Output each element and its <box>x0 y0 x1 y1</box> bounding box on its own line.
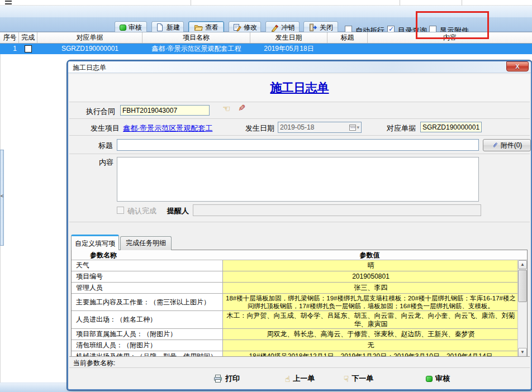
date-value: 2019-05-18 <box>280 123 349 131</box>
modify-icon <box>232 23 241 32</box>
tab-task-detail[interactable]: 完成任务明细 <box>120 236 172 250</box>
print-button[interactable]: 打印 <box>213 373 240 384</box>
contract-label: 执行合同 <box>86 107 115 117</box>
project-row: 发生项目 鑫都·帝景示范区景观配套工 发生日期 2019-05-18 ▾ 对应单… <box>69 119 530 136</box>
param-value[interactable]: 无 <box>222 340 519 351</box>
reminder-label: 提醒人 <box>167 206 189 216</box>
next-doc-button[interactable]: ☟ 下一单 <box>344 373 373 384</box>
dropdown-arrow-icon[interactable]: ▾ <box>357 125 359 130</box>
window-top-strip <box>0 0 532 6</box>
audit-button-label: 审核 <box>129 23 142 32</box>
attachment-button[interactable]: 附件(0) <box>483 139 531 151</box>
previous-doc-label: 上一单 <box>293 374 315 384</box>
writeoff-button-label: 冲销 <box>282 23 295 32</box>
contract-input[interactable] <box>120 105 210 116</box>
view-button-label: 查看 <box>205 23 218 32</box>
param-row[interactable]: 清包班组人员：（附图片） 无 <box>72 340 527 351</box>
scroll-up-icon[interactable]: ▲ <box>518 260 527 269</box>
title-input[interactable] <box>117 139 479 151</box>
column-header-date[interactable]: 发生日期 <box>250 32 327 43</box>
param-row[interactable]: 项目编号 2019050801 <box>72 271 527 283</box>
title-row: 标题 附件(0) <box>69 136 530 154</box>
attachment-button-label: 附件(0) <box>501 141 522 150</box>
param-value[interactable]: 2019050801 <box>222 271 519 282</box>
column-header-doc-no[interactable]: 对应单据 <box>37 32 142 43</box>
dialog-close-button[interactable]: X <box>506 61 529 71</box>
param-name: 项目部直属施工人员：（附图片） <box>72 329 222 340</box>
construction-log-dialog: 施工日志单 X 施工日志单 执行合同 ☜ ✎ 发生项目 鑫都·帝景示范区景观配套… <box>68 61 531 389</box>
audit-icon <box>426 376 433 382</box>
param-value[interactable]: 木工：向尹贺、向玉成、胡令学、吕延东、胡玉、向云雷、向云龙、向小奎、向云飞、康浩… <box>222 311 519 328</box>
audit-footer-button[interactable]: 审核 <box>426 373 450 384</box>
content-textarea[interactable] <box>117 157 479 202</box>
param-row[interactable]: 主要施工内容及工作量：（需三张以上图片） 18#楼十层墙板加固，绑扎梁钢筋；19… <box>72 294 527 311</box>
cell-date: 2019年05月18日 <box>250 44 327 54</box>
reminder-input[interactable] <box>193 204 481 216</box>
param-grid-scrollbar[interactable]: ▲ ▼ <box>517 260 527 357</box>
current-param-bar: 当前参数名称: <box>69 356 530 368</box>
doc-no-input[interactable] <box>420 122 482 132</box>
column-header-seq[interactable]: 序号 <box>1 32 19 43</box>
param-row[interactable]: 管理人员 张三、李四 <box>72 283 527 294</box>
grid-header: 序号 完成 对应单据 项目名称 发生日期 标题 内容 <box>0 32 532 44</box>
confirm-done-checkbox[interactable] <box>117 207 124 214</box>
contract-row: 执行合同 ☜ ✎ <box>69 102 530 119</box>
table-row-selected[interactable]: 1 SGRZD190000001 鑫都·帝景示范区景观配套工程 2019年05月… <box>0 44 532 54</box>
cell-seq: 1 <box>1 44 17 54</box>
top-divider <box>191 0 191 6</box>
toolbar: 审核 新建 查看 修改 冲销 关闭 自动折行 目录查询 显示附件 <box>0 6 532 32</box>
hand-down-icon: ☟ <box>344 375 349 383</box>
param-name: 人员进出场：（姓名工种） <box>72 311 222 328</box>
collapse-arrow-icon: < <box>1 194 3 199</box>
hand-up-icon: ☝ <box>285 375 290 383</box>
picker-hand-icon[interactable]: ☜ <box>222 104 230 114</box>
form-title: 施工日志单 <box>69 74 530 101</box>
current-param-label: 当前参数名称: <box>73 358 115 368</box>
modify-button-label: 修改 <box>244 23 257 32</box>
confirm-done-label: 确认完成 <box>127 206 156 216</box>
param-name: 清包班组人员：（附图片） <box>72 340 222 351</box>
column-header-done[interactable]: 完成 <box>19 32 37 43</box>
param-value[interactable]: 18#楼十层墙板加固，绑扎梁钢筋；19#楼绑扎九层支墙柱模板；20#楼十层绑扎钢… <box>222 294 519 310</box>
view-folder-icon <box>194 23 203 32</box>
content-section: 内容 确认完成 提醒人 <box>69 154 530 222</box>
param-name: 项目编号 <box>72 271 222 282</box>
tab-custom-fields[interactable]: 自定义填写项 <box>71 235 119 250</box>
scroll-down-icon[interactable]: ▼ <box>518 348 527 357</box>
param-row[interactable]: 天气 晴 <box>72 260 527 271</box>
date-picker[interactable]: 2019-05-18 ▾ <box>278 122 362 133</box>
param-value[interactable]: 晴 <box>222 260 519 271</box>
project-label: 发生项目 <box>91 123 120 133</box>
column-header-content[interactable]: 内容 <box>368 32 532 43</box>
audit-icon <box>120 25 126 31</box>
next-doc-label: 下一单 <box>352 374 373 384</box>
param-name: 天气 <box>72 260 222 271</box>
column-header-project[interactable]: 项目名称 <box>142 32 250 43</box>
param-row[interactable]: 项目部直属施工人员：（附图片） 周双龙、韩长忠、高海云、于修营、张麦秋、赵边防、… <box>72 329 527 340</box>
row-done-checkbox[interactable] <box>25 45 32 52</box>
title-label: 标题 <box>98 141 113 151</box>
param-value[interactable]: 张三、李四 <box>222 283 519 293</box>
new-button-label: 新建 <box>167 23 180 32</box>
param-value[interactable]: 周双龙、韩长忠、高海云、于修营、张麦秋、赵边防、王新兴、秦梦贤 <box>222 329 519 340</box>
scrollbar-thumb[interactable] <box>518 270 527 302</box>
edit-pen-icon[interactable]: ✎ <box>238 103 245 113</box>
close-button-label: 关闭 <box>320 23 333 32</box>
column-header-title[interactable]: 标题 <box>327 32 368 43</box>
previous-doc-button[interactable]: ☝ 上一单 <box>285 373 315 384</box>
param-grid-header: 参数名称 参数值 <box>72 250 527 260</box>
dialog-titlebar[interactable]: 施工日志单 X <box>68 61 531 73</box>
top-divider <box>462 0 462 6</box>
param-row[interactable]: 人员进出场：（姓名工种） 木工：向尹贺、向玉成、胡令学、吕延东、胡玉、向云雷、向… <box>72 311 527 329</box>
top-divider <box>400 0 400 6</box>
content-label: 内容 <box>99 157 113 168</box>
panel-splitter[interactable]: < <box>0 150 4 246</box>
new-doc-icon <box>155 23 164 32</box>
paperclip-icon <box>492 142 498 149</box>
app-window: 审核 新建 查看 修改 冲销 关闭 自动折行 目录查询 显示附件 序号 <box>0 0 532 392</box>
date-label: 发生日期 <box>245 123 274 133</box>
param-name: 管理人员 <box>72 283 222 293</box>
param-name: 主要施工内容及工作量：（需三张以上图片） <box>72 294 222 310</box>
cell-title <box>327 44 368 54</box>
project-link[interactable]: 鑫都·帝景示范区景观配套工 <box>123 123 212 133</box>
